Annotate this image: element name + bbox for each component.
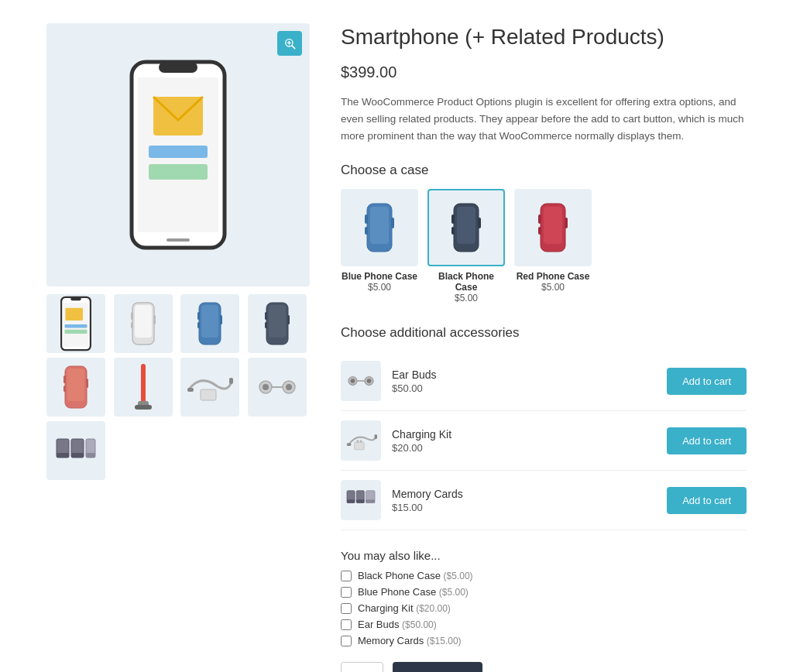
charging-kit-checkbox-price: ($20.00)	[416, 603, 451, 614]
checkbox-blue-case[interactable]	[341, 587, 352, 598]
checkbox-item-black-case: Black Phone Case ($5.00)	[341, 570, 747, 581]
svg-rect-51	[71, 453, 84, 458]
memory-cards-add-to-cart-button[interactable]: Add to cart	[667, 487, 747, 514]
choose-case-section: Choose a case Blue Phone Case $5.00	[341, 163, 747, 303]
svg-point-73	[367, 379, 372, 383]
svg-rect-49	[57, 453, 69, 458]
memory-cards-info: Memory Cards $15.00	[392, 488, 656, 513]
accessories-section: Choose additional accessories Ear Buds $…	[341, 325, 747, 530]
checkbox-charging-kit[interactable]	[341, 603, 352, 614]
thumbnail-8[interactable]	[248, 358, 307, 417]
checkbox-black-case[interactable]	[341, 571, 352, 581]
svg-rect-78	[360, 440, 362, 443]
svg-rect-19	[131, 312, 133, 320]
svg-rect-29	[265, 312, 267, 320]
you-may-like-section: You may also like... Black Phone Case ($…	[341, 549, 747, 646]
main-product-image	[116, 54, 240, 255]
case-option-black[interactable]: Black Phone Case $5.00	[427, 189, 505, 303]
svg-rect-76	[355, 442, 365, 450]
black-case-checkbox-price: ($5.00)	[444, 571, 473, 581]
svg-rect-15	[65, 324, 88, 328]
thumbnail-9[interactable]	[46, 421, 105, 480]
svg-rect-5	[159, 62, 197, 73]
svg-rect-26	[220, 315, 222, 324]
checkbox-ear-buds-label: Ear Buds ($50.00)	[358, 619, 437, 630]
checkbox-black-case-label: Black Phone Case ($5.00)	[358, 570, 473, 581]
product-images-column	[46, 23, 310, 672]
accessory-row-earbuds: Ear Buds $50.00 Add to cart	[341, 351, 747, 411]
svg-rect-23	[201, 305, 218, 338]
svg-rect-35	[64, 386, 66, 392]
svg-rect-42	[201, 389, 216, 400]
svg-rect-61	[451, 214, 455, 224]
svg-rect-80	[347, 499, 355, 502]
you-may-like-title: You may also like...	[341, 549, 747, 562]
svg-rect-74	[347, 444, 352, 447]
case-option-blue[interactable]: Blue Phone Case $5.00	[341, 189, 418, 303]
checkbox-blue-case-label: Blue Phone Case ($5.00)	[358, 586, 469, 598]
quantity-input[interactable]	[341, 662, 383, 672]
svg-rect-55	[370, 207, 389, 244]
charging-kit-add-to-cart-button[interactable]: Add to cart	[667, 427, 747, 454]
memory-cards-price: $15.00	[392, 502, 656, 513]
cart-row: Add to cart	[341, 662, 747, 672]
svg-rect-56	[365, 214, 368, 224]
red-case-name: Red Phone Case	[517, 271, 590, 282]
svg-rect-8	[149, 146, 208, 158]
memory-cards-name: Memory Cards	[392, 488, 656, 500]
svg-rect-31	[287, 315, 290, 324]
thumbnail-7[interactable]	[180, 358, 239, 417]
svg-point-47	[286, 384, 292, 390]
svg-rect-20	[131, 322, 133, 328]
product-description: The WooCommerce Product Options plugin i…	[341, 94, 747, 144]
checkbox-charging-kit-label: Charging Kit ($20.00)	[358, 602, 451, 614]
svg-rect-75	[375, 434, 378, 439]
case-options-container: Blue Phone Case $5.00 Black Phone Case	[341, 189, 747, 303]
svg-rect-39	[135, 405, 152, 410]
svg-rect-57	[365, 227, 368, 235]
svg-rect-62	[451, 227, 455, 235]
svg-rect-9	[149, 164, 208, 180]
charging-kit-info: Charging Kit $20.00	[392, 428, 656, 454]
accessories-title: Choose additional accessories	[341, 325, 747, 341]
thumbnail-2[interactable]	[114, 294, 173, 353]
thumbnail-6[interactable]	[114, 358, 173, 417]
svg-rect-21	[153, 315, 156, 324]
svg-rect-40	[187, 388, 194, 392]
checkbox-ear-buds[interactable]	[341, 619, 352, 630]
accessory-row-charging: Charging Kit $20.00 Add to cart	[341, 411, 747, 471]
svg-rect-25	[197, 322, 200, 328]
thumbnail-4[interactable]	[248, 294, 307, 353]
checkbox-memory-cards[interactable]	[341, 636, 352, 646]
svg-rect-58	[391, 218, 394, 228]
blue-case-name: Blue Phone Case	[342, 271, 417, 282]
earbuds-info: Ear Buds $50.00	[392, 369, 656, 394]
checkbox-item-blue-case: Blue Phone Case ($5.00)	[341, 586, 747, 598]
svg-line-1	[292, 46, 295, 49]
main-add-to-cart-button[interactable]: Add to cart	[393, 662, 482, 672]
svg-rect-28	[269, 305, 286, 338]
black-case-price: $5.00	[455, 293, 478, 303]
checkbox-item-charging-kit: Charging Kit ($20.00)	[341, 602, 747, 614]
svg-rect-53	[86, 453, 95, 458]
svg-rect-34	[64, 375, 66, 383]
thumbnail-5[interactable]	[46, 358, 105, 417]
thumbnail-1[interactable]	[46, 294, 105, 353]
product-layout: Smartphone (+ Related Products) $399.00 …	[46, 23, 747, 672]
charging-kit-price: $20.00	[392, 442, 656, 454]
zoom-button[interactable]	[277, 31, 302, 56]
svg-rect-41	[229, 378, 233, 384]
svg-rect-82	[356, 499, 364, 502]
accessory-row-memory: Memory Cards $15.00 Add to cart	[341, 471, 747, 530]
thumbnail-3[interactable]	[180, 294, 239, 353]
product-details-column: Smartphone (+ Related Products) $399.00 …	[341, 23, 747, 672]
svg-rect-60	[457, 207, 475, 244]
earbuds-price: $50.00	[392, 382, 656, 394]
svg-rect-18	[135, 305, 152, 338]
svg-rect-16	[65, 330, 88, 334]
earbuds-add-to-cart-button[interactable]: Add to cart	[667, 368, 747, 395]
charging-kit-image	[341, 420, 381, 461]
choose-case-title: Choose a case	[341, 163, 747, 178]
svg-rect-77	[356, 440, 359, 443]
case-option-red[interactable]: Red Phone Case $5.00	[514, 189, 592, 303]
